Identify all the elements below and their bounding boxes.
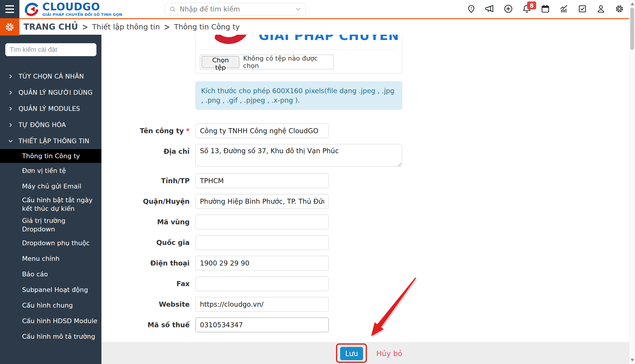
sidebar-item[interactable]: Cấu hình HDSD Module: [0, 313, 101, 329]
logo-size-hint: Kích thước cho phép 600X160 pixels(file …: [195, 81, 402, 110]
field-label: Tỉnh/TP: [101, 177, 190, 185]
field-input-a-ch[interactable]: Số 13, Đường số 37, Khu đô thị Vạn Phúc: [195, 144, 402, 166]
sidebar-section-collapsed[interactable]: TỰ ĐỘNG HÓA: [0, 117, 101, 133]
sidebar-item[interactable]: Cấu hình bật tắt ngày kết thúc dự kiến: [0, 194, 101, 215]
form-row: Tên công ty *: [101, 123, 413, 138]
sidebar-item[interactable]: Báo cáo: [0, 266, 101, 282]
location-pin-icon[interactable]: ?: [466, 4, 476, 14]
field-input-qu-n-huy-n[interactable]: [195, 194, 329, 209]
sidebar-section-label: THIẾT LẬP THÔNG TIN: [19, 137, 89, 145]
company-form: Tên công ty *Địa chỉSố 13, Đường số 37, …: [101, 123, 413, 338]
form-row: Quận/Huyện: [101, 194, 413, 209]
sidebar-section-collapsed[interactable]: QUẢN LÝ MODULES: [0, 101, 101, 117]
sidebar-item[interactable]: Cấu hình chung: [0, 298, 101, 313]
page-scrollbar[interactable]: [629, 0, 635, 364]
app-logo[interactable]: CLOUDGO GIẢI PHÁP CHUYỂN ĐỔI SỐ TINH GỌN: [24, 1, 122, 17]
field-label: Mã số thuế: [101, 321, 190, 329]
sidebar-settings-search-input[interactable]: [5, 43, 96, 56]
global-search-placeholder: Nhập để tìm kiếm: [180, 5, 295, 13]
form-row: Mã số thuế: [101, 318, 413, 332]
form-row: Website: [101, 297, 413, 312]
company-info-content: GIẢI PHÁP CHUYỂN ĐỔI SỐ TINH GỌN Chọn tệ…: [101, 35, 629, 364]
scrollbar-down-arrow[interactable]: [631, 359, 634, 362]
field-label: Điện thoại: [101, 259, 190, 267]
sidebar-item[interactable]: Máy chủ gửi Email: [0, 178, 101, 194]
notifications-bell-icon[interactable]: 8: [522, 4, 532, 14]
save-button[interactable]: Lưu: [340, 347, 363, 360]
chevron-down-icon[interactable]: [295, 6, 301, 12]
form-row: Fax: [101, 276, 413, 291]
field-input-i-n-tho-i[interactable]: [195, 256, 329, 271]
breadcrumb: TRANG CHỦ > Thiết lập thông tin > Thông …: [24, 19, 240, 35]
field-label: Quốc gia: [101, 239, 190, 246]
scrollbar-up-arrow[interactable]: [631, 2, 634, 5]
sidebar-section-collapsed[interactable]: TÙY CHỌN CÁ NHÂN: [0, 68, 101, 84]
company-logo-image: [206, 35, 253, 47]
field-input-t-nh-tp[interactable]: [195, 173, 329, 188]
company-logo-tagline: GIẢI PHÁP CHUYỂN ĐỔI SỐ TINH GỌN: [259, 35, 398, 43]
field-input-t-n-c-ng-ty[interactable]: [195, 123, 329, 138]
field-input-m-v-ng[interactable]: [195, 215, 329, 229]
company-logo-upload-box: GIẢI PHÁP CHUYỂN ĐỔI SỐ TINH GỌN Chọn tệ…: [195, 35, 402, 74]
breadcrumb-bar: TRANG CHỦ > Thiết lập thông tin > Thông …: [0, 18, 635, 35]
field-label: Website: [101, 300, 190, 308]
settings-sidebar: TÙY CHỌN CÁ NHÂNQUẢN LÝ NGƯỜI DÙNGQUẢN L…: [0, 35, 101, 364]
gear-icon: [4, 22, 15, 32]
no-file-selected-text: Không có tệp nào được chọn: [243, 55, 332, 69]
hamburger-menu-button[interactable]: [0, 0, 19, 18]
field-label: Quận/Huyện: [101, 198, 190, 205]
divider: [200, 49, 398, 50]
breadcrumb-item-company-info: Thông tin Công ty: [174, 23, 240, 31]
field-label: Mã vùng: [101, 218, 190, 226]
required-asterisk: *: [184, 127, 190, 135]
field-input-fax[interactable]: [195, 276, 329, 291]
sidebar-section-label: TỰ ĐỘNG HÓA: [19, 121, 66, 128]
breadcrumb-item-settings[interactable]: Thiết lập thông tin: [92, 23, 160, 31]
field-input-website[interactable]: [195, 297, 329, 312]
form-row: Điện thoại: [101, 256, 413, 271]
cloudgo-logo-icon: [24, 1, 39, 17]
add-circle-icon[interactable]: [503, 4, 513, 14]
cancel-link[interactable]: Hủy bỏ: [376, 349, 402, 358]
field-label: Địa chỉ: [101, 144, 190, 155]
sidebar-item[interactable]: Menu chính: [0, 251, 101, 266]
sidebar-item[interactable]: Subpanel Hoạt động: [0, 282, 101, 298]
sidebar-section-collapsed[interactable]: QUẢN LÝ NGƯỜI DÙNG: [0, 84, 101, 101]
chevron-right-icon: [8, 90, 14, 96]
top-header: CLOUDGO GIẢI PHÁP CHUYỂN ĐỔI SỐ TINH GỌN…: [0, 0, 635, 18]
sidebar-item[interactable]: Đơn vị tiền tệ: [0, 163, 101, 178]
sidebar-menu: TÙY CHỌN CÁ NHÂNQUẢN LÝ NGƯỜI DÙNGQUẢN L…: [0, 68, 101, 344]
field-input-qu-c-gia[interactable]: [195, 235, 329, 250]
settings-module-icon-box[interactable]: [0, 18, 19, 36]
choose-file-button[interactable]: Chọn tệp: [202, 56, 239, 68]
chevron-right-icon: [8, 74, 14, 79]
tasks-checkbox-icon[interactable]: [577, 4, 587, 14]
form-row: Tỉnh/TP: [101, 173, 413, 188]
field-input-m-s-thu[interactable]: [195, 318, 329, 332]
company-logo-preview: GIẢI PHÁP CHUYỂN ĐỔI SỐ TINH GỌN: [200, 35, 398, 49]
notification-count-badge: 8: [527, 1, 536, 9]
megaphone-icon[interactable]: [485, 4, 495, 14]
user-profile-icon[interactable]: [596, 4, 606, 14]
sidebar-item[interactable]: Giá trị trường Dropdown: [0, 215, 101, 235]
global-search-input[interactable]: Nhập để tìm kiếm: [165, 3, 306, 15]
sidebar-section-label: QUẢN LÝ MODULES: [19, 105, 80, 112]
chevron-right-icon: [8, 106, 14, 112]
breadcrumb-separator: >: [164, 22, 170, 32]
sidebar-item-active[interactable]: Thông tin Công ty: [0, 149, 101, 163]
breadcrumb-home-link[interactable]: TRANG CHỦ: [24, 22, 78, 32]
scrollbar-thumb[interactable]: [630, 8, 634, 50]
sidebar-item[interactable]: Cấu hình mô tả trường: [0, 329, 101, 344]
analytics-chart-icon[interactable]: [559, 4, 569, 14]
sidebar-section-label: QUẢN LÝ NGƯỜI DÙNG: [19, 89, 93, 96]
sidebar-item[interactable]: Dropdown phụ thuộc: [0, 235, 101, 251]
form-row: Quốc gia: [101, 235, 413, 250]
logo-file-input[interactable]: Chọn tệp Không có tệp nào được chọn: [200, 55, 334, 69]
sidebar-section-label: TÙY CHỌN CÁ NHÂN: [19, 73, 84, 80]
calendar-icon[interactable]: [540, 4, 550, 14]
sidebar-section-expanded[interactable]: THIẾT LẬP THÔNG TIN: [0, 133, 101, 149]
brand-name: CLOUDGO: [42, 2, 122, 12]
form-row: Địa chỉSố 13, Đường số 37, Khu đô thị Vạ…: [101, 144, 413, 168]
settings-gear-icon[interactable]: [614, 4, 624, 14]
search-icon: [169, 6, 176, 13]
